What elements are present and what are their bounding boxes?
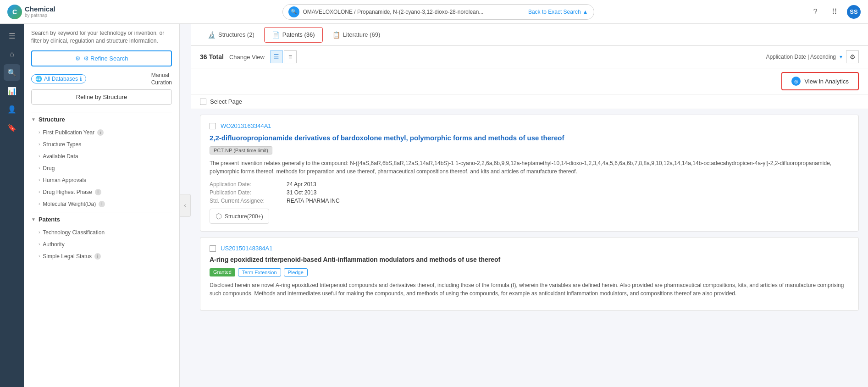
tab-structures[interactable]: 🔬 Structures (2): [200, 27, 262, 43]
select-page-bar: Select Page: [191, 94, 868, 109]
chevron-icon: ›: [39, 130, 40, 135]
card-2-patent-id[interactable]: US20150148384A1: [221, 245, 273, 252]
filter-section-structure-header[interactable]: ▼ Structure: [31, 112, 172, 127]
chevron-icon: ›: [39, 230, 40, 235]
sort-label: Application Date | Ascending: [766, 54, 836, 60]
filter-panel: Search by keyword for your technology or…: [24, 24, 180, 387]
logo-area: C Chemical by patsnap: [7, 5, 72, 19]
sidebar-icon-menu[interactable]: ☰: [4, 28, 20, 44]
filter-item-molecular-weight[interactable]: › Molecular Weight(Da) i: [31, 198, 172, 210]
settings-button[interactable]: ⚙: [846, 50, 859, 63]
card-1-header: WO2013163344A1: [210, 122, 849, 129]
filter-item-simple-legal-status[interactable]: › Simple Legal Status i: [31, 250, 172, 262]
list-view-button[interactable]: ≡: [284, 50, 297, 63]
filter-section-structure: ▼ Structure › First Publication Year i ›…: [31, 112, 172, 210]
sidebar-icon-home[interactable]: ⌂: [4, 46, 20, 62]
sidebar-icon-analytics[interactable]: 📊: [4, 83, 20, 99]
chevron-icon: ›: [39, 242, 40, 247]
user-avatar-button[interactable]: SS: [847, 5, 861, 19]
filter-item-structure-types[interactable]: › Structure Types: [31, 138, 172, 150]
info-icon: i: [97, 129, 104, 136]
refine-search-icon: ⚙: [75, 55, 81, 62]
search-query-text: OMAVELOXOLONE / Propanamide, N-(2-cyano-…: [303, 9, 525, 15]
card-2-checkbox[interactable]: [210, 245, 216, 252]
filter-item-technology-classification[interactable]: › Technology Classification: [31, 227, 172, 238]
filter-section-patents: ▼ Patents › Technology Classification › …: [31, 212, 172, 262]
sidebar-icon-user[interactable]: 👤: [4, 101, 20, 117]
app-date-label: Application Date:: [210, 181, 283, 188]
chevron-icon: ›: [39, 154, 40, 159]
view-analytics-button[interactable]: ◎ View in Analytics: [781, 72, 859, 90]
badge-pct: PCT-NP (Past time limit): [210, 146, 272, 155]
card-1-checkbox[interactable]: [210, 123, 216, 129]
results-area: WO2013163344A1 2,2-difluoropropionamide …: [191, 109, 868, 387]
card-2-title[interactable]: A-ring epoxidized triterpenoid-based Ant…: [210, 255, 849, 265]
search-icon: 🔍: [288, 6, 299, 17]
literature-tab-icon: 📋: [332, 31, 340, 39]
filter-label: Technology Classification: [43, 229, 105, 236]
results-total: 36 Total: [200, 53, 224, 61]
card-1-badges: PCT-NP (Past time limit): [210, 146, 849, 155]
badge-granted: Granted: [210, 268, 235, 276]
chevron-icon: ›: [39, 142, 40, 147]
tab-patents-label: Patents (36): [282, 31, 315, 38]
app-logo: C: [7, 5, 22, 19]
chevron-icon: ›: [39, 201, 40, 206]
pub-date-label: Publication Date:: [210, 189, 283, 196]
analytics-bar: ◎ View in Analytics: [191, 68, 868, 94]
card-1-patent-id[interactable]: WO2013163344A1: [221, 122, 271, 129]
card-2-badges: Granted Term Extension Pledge: [210, 268, 849, 276]
chevron-icon: ›: [39, 189, 40, 194]
back-to-exact-search-link[interactable]: Back to Exact Search ▲: [528, 9, 588, 15]
manual-label: Manual: [151, 72, 172, 78]
toolbar: 36 Total Change View ☰ ≡ Application Dat…: [191, 46, 868, 68]
patents-tab-icon: 📄: [272, 31, 280, 39]
filter-item-authority[interactable]: › Authority: [31, 238, 172, 250]
badge-term-extension: Term Extension: [238, 268, 281, 276]
tab-literature[interactable]: 📋 Literature (69): [325, 27, 388, 43]
top-nav: C Chemical by patsnap 🔍 OMAVELOXOLONE / …: [0, 0, 868, 24]
select-page-checkbox[interactable]: [200, 99, 206, 105]
filter-item-first-publication-year[interactable]: › First Publication Year i: [31, 127, 172, 138]
grid-menu-button[interactable]: ⠿: [828, 5, 841, 19]
filter-item-drug-highest-phase[interactable]: › Drug Highest Phase i: [31, 186, 172, 198]
refine-structure-button[interactable]: Refine by Structure: [31, 89, 172, 105]
chevron-icon: ›: [39, 254, 40, 259]
card-1-title[interactable]: 2,2-difluoropropionamide derivatives of …: [210, 133, 849, 143]
assignee-value: REATA PHARMA INC: [287, 198, 849, 204]
filter-label: Available Data: [43, 153, 78, 160]
structures-tab-icon: 🔬: [208, 31, 216, 39]
assignee-label: Std. Current Assignee:: [210, 198, 283, 204]
info-icon: i: [95, 189, 101, 195]
structure-icon: ⬡: [216, 212, 222, 221]
analytics-icon: ◎: [791, 77, 801, 86]
tab-structures-label: Structures (2): [218, 31, 254, 38]
help-button[interactable]: ?: [808, 5, 822, 19]
sort-dropdown-arrow[interactable]: ▾: [840, 54, 842, 60]
filter-panel-collapse-button[interactable]: ‹: [180, 194, 191, 217]
app-date-value: 24 Apr 2013: [287, 181, 849, 188]
select-page-label: Select Page: [210, 98, 242, 105]
filter-section-patents-header[interactable]: ▼ Patents: [31, 212, 172, 227]
curation-label: Curation: [151, 79, 172, 86]
structure-link-card-1[interactable]: ⬡ Structure(200+): [210, 209, 269, 224]
grid-view-button[interactable]: ☰: [270, 50, 283, 63]
structure-chevron-icon: ▼: [31, 117, 36, 122]
sidebar-icon-rail: ☰ ⌂ 🔍 📊 👤 🔖: [0, 24, 24, 387]
all-databases-badge[interactable]: 🌐 All Databases ℹ: [31, 74, 86, 83]
structure-link-label: Structure(200+): [225, 213, 263, 220]
filter-item-available-data[interactable]: › Available Data: [31, 150, 172, 162]
refine-search-button[interactable]: ⚙ ⚙ Refine Search: [31, 50, 172, 66]
filter-item-drug[interactable]: › Drug: [31, 162, 172, 174]
filter-item-human-approvals[interactable]: › Human Approvals: [31, 174, 172, 186]
app-name: Chemical: [25, 6, 55, 13]
card-2-abstract: Disclosed herein are novel A-ring epoxid…: [210, 281, 849, 298]
info-icon: i: [99, 201, 105, 207]
badge-pledge: Pledge: [284, 268, 308, 276]
search-pill[interactable]: 🔍 OMAVELOXOLONE / Propanamide, N-(2-cyan…: [282, 4, 594, 20]
sidebar-icon-bookmark[interactable]: 🔖: [4, 119, 20, 136]
sidebar-icon-search[interactable]: 🔍: [4, 64, 20, 81]
filter-label: Drug: [43, 165, 55, 171]
chevron-icon: ›: [39, 166, 40, 171]
tab-patents[interactable]: 📄 Patents (36): [264, 27, 323, 43]
